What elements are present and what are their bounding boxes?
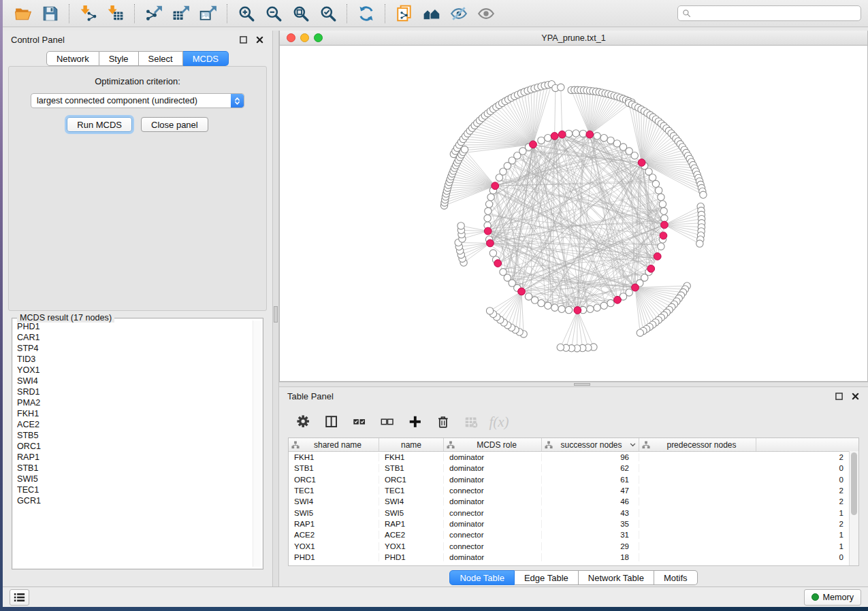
ring-node[interactable] — [587, 306, 594, 312]
mcds-hub-node[interactable] — [530, 141, 537, 148]
table-row[interactable]: RAP1RAP1dominator352 — [289, 518, 858, 529]
delete-rows-button[interactable] — [435, 414, 451, 430]
close-panel-icon[interactable] — [850, 391, 860, 401]
ring-node[interactable] — [631, 152, 638, 159]
first-neighbors-button[interactable] — [418, 2, 445, 25]
search-input[interactable] — [694, 8, 856, 19]
tab-motifs[interactable]: Motifs — [654, 570, 698, 585]
export-table-button[interactable] — [167, 2, 195, 25]
add-row-button[interactable] — [407, 414, 423, 430]
float-panel-icon[interactable] — [834, 391, 843, 401]
import-network-button[interactable] — [75, 2, 102, 25]
ring-node[interactable] — [485, 208, 492, 214]
splitter-handle[interactable] — [274, 306, 278, 323]
mcds-hub-node[interactable] — [487, 240, 494, 247]
table-scrollbar[interactable] — [849, 451, 858, 565]
mcds-result-item[interactable]: YOX1 — [17, 365, 252, 376]
ring-node[interactable] — [579, 130, 586, 137]
mcds-result-item[interactable]: PHD1 — [17, 321, 252, 332]
table-row[interactable]: SWI4SWI4dominator462 — [289, 496, 858, 507]
zoom-out-button[interactable] — [260, 2, 287, 25]
leaf-node[interactable] — [461, 146, 468, 153]
ring-node[interactable] — [565, 306, 572, 313]
ring-node[interactable] — [545, 302, 551, 309]
mcds-hub-node[interactable] — [586, 131, 594, 138]
zoom-in-button[interactable] — [233, 2, 260, 25]
mcds-hub-node[interactable] — [518, 288, 526, 295]
run-mcds-button[interactable]: Run MCDS — [67, 117, 132, 132]
mcds-hub-node[interactable] — [638, 159, 645, 167]
save-session-button[interactable] — [37, 2, 64, 25]
ring-node[interactable] — [594, 304, 600, 311]
zoom-selected-button[interactable] — [315, 2, 342, 25]
refresh-view-button[interactable] — [353, 2, 380, 25]
mcds-hub-node[interactable] — [558, 131, 566, 138]
ring-node[interactable] — [485, 201, 492, 208]
mcds-hub-node[interactable] — [647, 265, 655, 273]
close-panel-icon[interactable] — [255, 35, 264, 44]
select-all-button[interactable] — [351, 414, 368, 430]
mcds-hub-node[interactable] — [614, 296, 622, 303]
tab-edge-table[interactable]: Edge Table — [515, 570, 579, 585]
mcds-result-item[interactable]: PMA2 — [17, 397, 252, 408]
mcds-result-item[interactable]: STB5 — [17, 430, 252, 441]
ring-node[interactable] — [538, 137, 545, 144]
mcds-hub-node[interactable] — [632, 284, 639, 291]
ring-node[interactable] — [659, 201, 666, 208]
table-row[interactable]: FKH1FKH1dominator962 — [289, 452, 858, 463]
ring-node[interactable] — [558, 306, 565, 312]
ring-node[interactable] — [649, 174, 656, 181]
leaf-node[interactable] — [696, 240, 703, 247]
ring-node[interactable] — [600, 302, 607, 309]
memory-button[interactable]: Memory — [804, 589, 861, 606]
ring-node[interactable] — [594, 133, 600, 139]
mcds-result-item[interactable]: GCR1 — [17, 495, 252, 506]
ring-node[interactable] — [652, 180, 659, 187]
table-row[interactable]: YOX1YOX1connector291 — [289, 540, 858, 551]
mcds-result-scrollbar[interactable] — [253, 320, 261, 567]
mcds-hub-node[interactable] — [484, 227, 492, 235]
ring-node[interactable] — [607, 137, 614, 144]
hide-selection-button[interactable] — [445, 2, 472, 25]
mcds-result-item[interactable]: STB1 — [17, 463, 252, 474]
leaf-node[interactable] — [700, 191, 707, 198]
open-session-button[interactable] — [10, 2, 37, 25]
tab-select[interactable]: Select — [139, 51, 183, 66]
scrollbar-thumb[interactable] — [851, 452, 857, 515]
ring-node[interactable] — [658, 243, 664, 250]
export-image-button[interactable] — [195, 2, 222, 25]
table-row[interactable]: ACE2ACE2connector311 — [289, 529, 858, 540]
ring-node[interactable] — [600, 135, 607, 142]
search-field[interactable] — [677, 5, 861, 21]
table-row[interactable]: STB1STB1dominator620 — [289, 463, 858, 474]
ring-node[interactable] — [484, 215, 491, 222]
column-header-MCDS-role[interactable]: MCDS role — [444, 438, 542, 451]
table-row[interactable]: ORC1ORC1dominator610 — [289, 474, 858, 485]
table-options-button[interactable] — [295, 414, 312, 430]
column-header-name[interactable]: name — [379, 438, 444, 451]
mcds-hub-node[interactable] — [574, 307, 581, 314]
fit-content-button[interactable] — [287, 2, 315, 25]
ring-node[interactable] — [551, 304, 558, 311]
tab-network[interactable]: Network — [46, 51, 99, 66]
mcds-hub-node[interactable] — [660, 232, 667, 240]
table-row[interactable]: SWI5SWI5connector431 — [289, 507, 858, 518]
tab-network-table[interactable]: Network Table — [579, 570, 654, 585]
table-row[interactable]: PHD1PHD1dominator180 — [289, 552, 858, 563]
ring-node[interactable] — [500, 269, 507, 276]
close-panel-button[interactable]: Close panel — [141, 117, 208, 132]
leaf-node[interactable] — [637, 329, 643, 336]
ring-node[interactable] — [487, 194, 494, 201]
ring-node[interactable] — [538, 299, 545, 306]
ring-node[interactable] — [489, 250, 496, 257]
ring-node[interactable] — [525, 293, 532, 300]
mcds-hub-node[interactable] — [661, 221, 669, 229]
mcds-result-item[interactable]: ORC1 — [17, 441, 252, 452]
tab-mcds[interactable]: MCDS — [183, 51, 229, 66]
show-all-button[interactable] — [472, 2, 500, 25]
ring-node[interactable] — [655, 187, 662, 194]
mcds-result-item[interactable]: SWI5 — [17, 474, 252, 484]
float-panel-icon[interactable] — [238, 35, 248, 44]
mcds-result-item[interactable]: SRD1 — [17, 386, 252, 397]
vertical-splitter[interactable] — [272, 31, 279, 587]
